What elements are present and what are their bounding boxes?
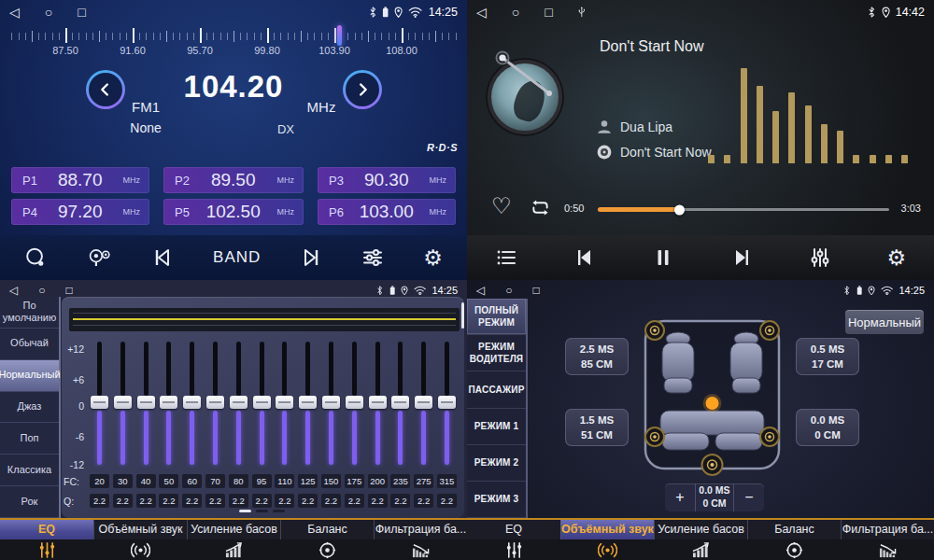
eq-preset-item[interactable]: Джаз xyxy=(0,392,59,424)
nav-home-icon[interactable]: ○ xyxy=(512,6,519,19)
preset-button-p2[interactable]: P289.50MHz xyxy=(163,167,304,193)
slider-handle[interactable] xyxy=(438,396,456,409)
listening-mode-item[interactable]: ПАССАЖИР xyxy=(467,371,526,408)
nav-recents-icon[interactable]: □ xyxy=(545,6,552,19)
scrollbar-thumb[interactable] xyxy=(461,302,464,329)
listening-mode-item[interactable]: РЕЖИМ ВОДИТЕЛЯ xyxy=(467,335,526,371)
equalizer-sliders-icon[interactable] xyxy=(809,246,831,269)
listening-mode-item[interactable]: РЕЖИМ 1 xyxy=(467,409,526,445)
tab-balance[interactable]: Баланс xyxy=(747,520,841,560)
pause-icon[interactable] xyxy=(652,246,674,269)
frequency-scale[interactable]: 87.5091.6095.7099.80103.90108.00 xyxy=(0,25,467,59)
eq-preset-item[interactable]: Поп xyxy=(0,423,59,455)
playlist-icon[interactable] xyxy=(495,246,517,269)
nav-back-icon[interactable]: ◁ xyxy=(9,6,20,19)
preset-button-p1[interactable]: P188.70MHz xyxy=(11,167,149,193)
tune-down-button[interactable] xyxy=(86,70,125,109)
slider-handle[interactable] xyxy=(91,396,108,409)
nav-back-icon[interactable]: ◁ xyxy=(476,285,485,296)
eq-band-slider-50hz[interactable] xyxy=(159,340,178,467)
eq-preset-item[interactable]: Обычай xyxy=(0,329,59,360)
settings-gear-icon[interactable]: ⚙ xyxy=(423,247,443,269)
slider-handle[interactable] xyxy=(230,396,248,409)
nav-recents-icon[interactable]: □ xyxy=(78,6,85,19)
front-left-delay[interactable]: 2.5 MS85 CM xyxy=(565,338,629,375)
preset-button-p6[interactable]: P6103.00MHz xyxy=(318,199,456,225)
slider-handle[interactable] xyxy=(369,396,387,409)
eq-band-slider-60hz[interactable] xyxy=(182,340,202,467)
nav-recents-icon[interactable]: □ xyxy=(65,285,72,296)
rear-left-delay[interactable]: 1.5 MS51 CM xyxy=(565,409,629,446)
nav-home-icon[interactable]: ○ xyxy=(45,6,52,19)
sound-preset-button[interactable]: Нормальный xyxy=(845,310,924,334)
increase-button[interactable]: + xyxy=(665,483,695,511)
nav-back-icon[interactable]: ◁ xyxy=(9,285,18,296)
progress-bar[interactable] xyxy=(598,208,889,211)
equalizer-sliders-icon[interactable] xyxy=(361,246,384,269)
slider-handle[interactable] xyxy=(206,396,224,409)
tab-eq[interactable]: EQ xyxy=(467,520,560,560)
tab-bass-boost[interactable]: Усиление басов xyxy=(187,520,280,560)
preset-button-p3[interactable]: P390.30MHz xyxy=(318,167,456,193)
nav-home-icon[interactable]: ○ xyxy=(38,285,45,296)
eq-band-slider-200hz[interactable] xyxy=(368,340,388,467)
eq-band-slider-275hz[interactable] xyxy=(414,340,433,467)
settings-gear-icon[interactable]: ⚙ xyxy=(886,247,906,269)
slider-handle[interactable] xyxy=(322,396,340,409)
eq-preset-item[interactable]: Нормальный xyxy=(0,360,59,392)
rear-right-delay[interactable]: 0.0 MS0 CM xyxy=(796,409,859,446)
slider-handle[interactable] xyxy=(299,396,317,409)
eq-band-slider-110hz[interactable] xyxy=(275,340,294,467)
eq-preset-item[interactable]: Классика xyxy=(0,455,59,486)
preset-button-p5[interactable]: P5102.50MHz xyxy=(163,199,304,225)
listening-mode-item[interactable]: ПОЛНЫЙ РЕЖИМ xyxy=(467,299,526,335)
eq-band-slider-30hz[interactable] xyxy=(113,340,133,467)
tab-bass-boost[interactable]: Усиление басов xyxy=(654,520,747,560)
eq-band-slider-235hz[interactable] xyxy=(390,340,410,467)
eq-band-slider-70hz[interactable] xyxy=(205,340,225,467)
slider-handle[interactable] xyxy=(391,396,409,409)
next-track-icon[interactable] xyxy=(300,246,322,269)
slider-handle[interactable] xyxy=(137,396,155,409)
tab-surround[interactable]: Объёмный звук xyxy=(93,520,187,560)
nav-back-icon[interactable]: ◁ xyxy=(476,6,487,19)
decrease-button[interactable]: − xyxy=(734,483,764,511)
eq-preset-item[interactable]: Рок xyxy=(0,486,59,518)
eq-preset-item[interactable]: По умолчанию xyxy=(0,297,59,329)
tab-surround[interactable]: Объёмный звук xyxy=(560,520,654,560)
nav-home-icon[interactable]: ○ xyxy=(505,285,512,296)
tab-filter[interactable]: Фильтрация ба... xyxy=(841,520,934,560)
next-track-icon[interactable] xyxy=(730,246,753,269)
tab-eq[interactable]: EQ xyxy=(0,520,93,560)
band-button[interactable]: BAND xyxy=(213,248,261,267)
preset-button-p4[interactable]: P497.20MHz xyxy=(11,199,149,225)
eq-band-slider-175hz[interactable] xyxy=(345,340,364,467)
eq-band-slider-40hz[interactable] xyxy=(136,340,156,467)
progress-thumb[interactable] xyxy=(674,204,685,215)
slider-handle[interactable] xyxy=(160,396,177,409)
listening-mode-item[interactable]: РЕЖИМ 3 xyxy=(467,482,526,518)
eq-band-slider-125hz[interactable] xyxy=(298,340,318,467)
slider-handle[interactable] xyxy=(346,396,363,409)
repeat-icon[interactable] xyxy=(529,198,552,221)
broadcast-icon[interactable] xyxy=(87,247,112,268)
eq-band-slider-315hz[interactable] xyxy=(437,340,457,467)
tab-balance[interactable]: Баланс xyxy=(280,520,374,560)
slider-handle[interactable] xyxy=(114,396,132,409)
previous-track-icon[interactable] xyxy=(151,246,174,269)
eq-band-slider-80hz[interactable] xyxy=(229,340,248,467)
favorite-heart-icon[interactable]: ♡ xyxy=(491,193,512,219)
eq-band-slider-95hz[interactable] xyxy=(252,340,272,467)
nav-recents-icon[interactable]: □ xyxy=(532,285,539,296)
scan-icon[interactable] xyxy=(24,246,48,270)
eq-band-slider-150hz[interactable] xyxy=(321,340,341,467)
slider-handle[interactable] xyxy=(253,396,271,409)
eq-band-slider-20hz[interactable] xyxy=(90,340,109,467)
slider-handle[interactable] xyxy=(276,396,293,409)
slider-handle[interactable] xyxy=(183,396,201,409)
slider-handle[interactable] xyxy=(415,396,432,409)
listening-mode-item[interactable]: РЕЖИМ 2 xyxy=(467,445,526,482)
tune-up-button[interactable] xyxy=(343,70,382,109)
previous-track-icon[interactable] xyxy=(573,246,596,269)
tab-filter[interactable]: Фильтрация ба... xyxy=(374,520,467,560)
